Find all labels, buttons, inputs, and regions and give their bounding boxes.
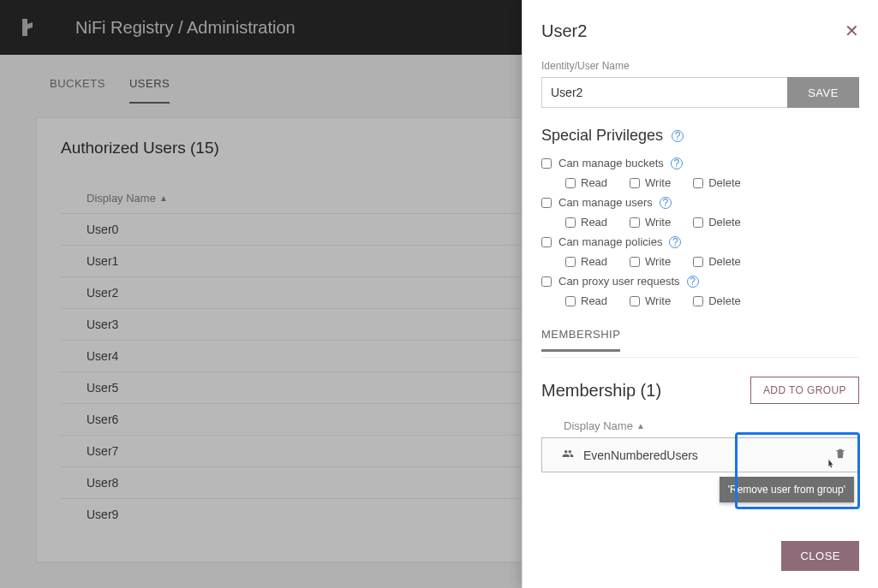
write-label: Write	[645, 294, 671, 307]
special-privileges-title: Special Privileges ?	[541, 127, 859, 145]
special-privileges-label: Special Privileges	[541, 127, 663, 145]
save-button[interactable]: SAVE	[787, 77, 859, 108]
priv-policies-checkbox[interactable]	[541, 237, 552, 247]
membership-column-header[interactable]: Display Name ▲	[541, 414, 859, 437]
panel-title: User2	[541, 21, 587, 41]
membership-title: Membership (1)	[541, 381, 661, 401]
read-label: Read	[581, 216, 607, 229]
sort-asc-icon: ▲	[159, 193, 168, 203]
write-label: Write	[645, 255, 671, 268]
read-label: Read	[581, 176, 607, 189]
privileges-list: Can manage buckets? Read Write Delete Ca…	[541, 153, 859, 311]
trash-icon[interactable]	[834, 447, 846, 463]
user-detail-panel: User2 ✕ Identity/User Name SAVE Special …	[522, 0, 878, 588]
priv-proxy-checkbox[interactable]	[541, 276, 552, 287]
priv-policies-label: Can manage policies	[558, 235, 662, 248]
close-button[interactable]: CLOSE	[781, 541, 859, 571]
read-label: Read	[581, 294, 607, 307]
tab-buckets[interactable]: BUCKETS	[50, 77, 105, 104]
priv-buckets-read[interactable]	[565, 178, 576, 188]
priv-policies-read[interactable]	[565, 257, 576, 267]
priv-proxy-write[interactable]	[630, 296, 640, 306]
column-header-label: Display Name	[87, 192, 156, 205]
delete-label: Delete	[708, 294, 741, 307]
write-label: Write	[645, 176, 671, 189]
priv-users-delete[interactable]	[693, 217, 703, 228]
divider	[541, 357, 859, 358]
priv-policies-delete[interactable]	[693, 257, 703, 267]
header-title: NiFi Registry / Administration	[75, 18, 296, 38]
group-name: EvenNumberedUsers	[583, 448, 698, 462]
priv-users-write[interactable]	[630, 217, 640, 228]
priv-buckets-checkbox[interactable]	[541, 158, 552, 169]
priv-proxy-delete[interactable]	[693, 296, 703, 306]
help-icon[interactable]: ?	[660, 197, 672, 209]
priv-buckets-label: Can manage buckets	[558, 157, 664, 169]
close-icon[interactable]: ✕	[845, 21, 859, 41]
add-to-group-button[interactable]: ADD TO GROUP	[750, 377, 859, 404]
priv-users-read[interactable]	[565, 217, 576, 228]
membership-column-label: Display Name	[564, 419, 633, 432]
membership-row[interactable]: EvenNumberedUsers	[541, 437, 859, 472]
priv-users-checkbox[interactable]	[541, 198, 552, 208]
priv-buckets-delete[interactable]	[693, 178, 703, 188]
priv-policies-write[interactable]	[630, 257, 640, 267]
identity-input[interactable]	[541, 77, 787, 108]
help-icon[interactable]: ?	[669, 236, 681, 248]
membership-tab[interactable]: MEMBERSHIP	[541, 328, 620, 352]
help-icon[interactable]: ?	[687, 276, 699, 288]
read-label: Read	[581, 255, 607, 268]
delete-label: Delete	[708, 216, 741, 229]
help-icon[interactable]: ?	[671, 157, 683, 169]
delete-label: Delete	[708, 176, 741, 189]
help-icon[interactable]: ?	[672, 130, 684, 142]
write-label: Write	[645, 216, 671, 229]
priv-buckets-write[interactable]	[630, 178, 640, 188]
delete-label: Delete	[708, 255, 741, 268]
identity-label: Identity/User Name	[541, 60, 859, 72]
users-group-icon	[561, 448, 575, 462]
priv-proxy-label: Can proxy user requests	[558, 275, 680, 288]
priv-users-label: Can manage users	[558, 196, 653, 209]
remove-user-tooltip: 'Remove user from group'	[720, 477, 854, 502]
app-logo	[17, 15, 41, 39]
sort-asc-icon: ▲	[636, 421, 645, 431]
priv-proxy-read[interactable]	[565, 296, 576, 306]
tab-users[interactable]: USERS	[129, 77, 170, 104]
